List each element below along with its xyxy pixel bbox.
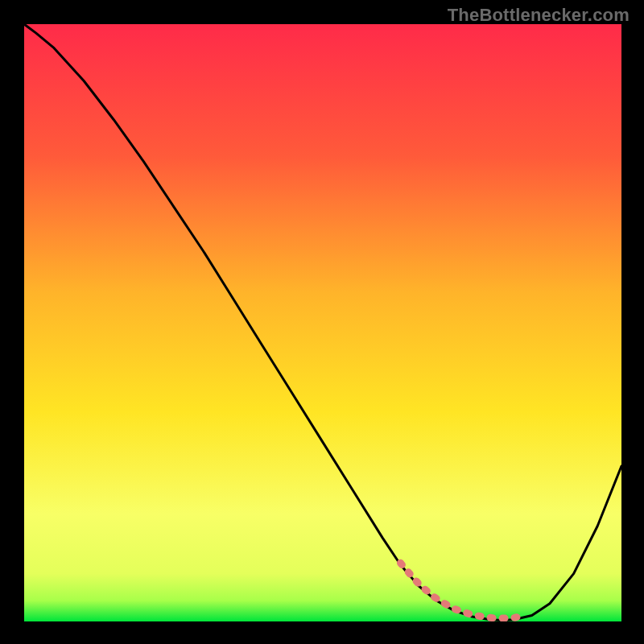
plot-area — [24, 24, 621, 621]
plot-svg — [24, 24, 621, 621]
gradient-background — [24, 24, 621, 621]
chart-container: TheBottlenecker.com — [0, 0, 644, 644]
attribution-label: TheBottlenecker.com — [448, 5, 630, 26]
